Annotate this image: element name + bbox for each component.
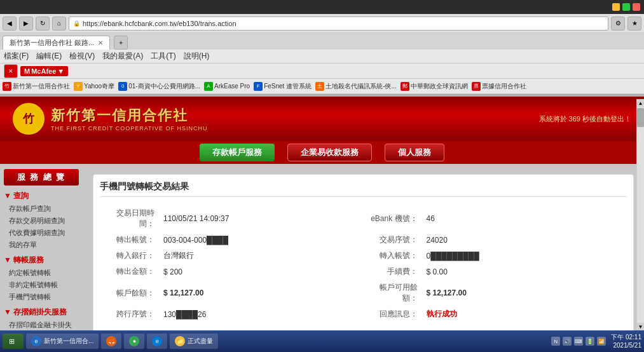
from-account-text: 003-004-000████ — [163, 236, 228, 245]
bank-name-cn: 新竹第一信用合作社 — [51, 106, 208, 125]
taskbar-item-folder[interactable]: 📁 正式盡量 — [170, 334, 218, 349]
available-label: 帳戶可用餘額： — [364, 280, 421, 306]
bookmark-icon-2: 0 — [118, 82, 127, 91]
back-button[interactable]: ◀ — [3, 17, 17, 30]
scrollbar[interactable]: ▲ ▼ — [636, 99, 644, 330]
sidebar-title: 服 務 總 覽 — [4, 169, 79, 186]
bookmark-icon-6: 郵 — [401, 82, 409, 91]
mcafee-x-button[interactable]: ✕ — [4, 64, 18, 78]
sidebar-section-report-loss: ▼ 存摺銷掛失服務 存摺印鑑金融卡掛失 — [4, 306, 79, 331]
tray-icon-2: ⌨ — [574, 337, 583, 346]
personal-service-button[interactable]: 個人服務 — [385, 144, 444, 161]
taskbar-clock: 下午 02:11 2021/5/21 — [611, 333, 641, 349]
menu-help[interactable]: 說明(H) — [184, 51, 210, 62]
sidebar-link-transaction-query[interactable]: 存款交易明細查詢 — [4, 215, 79, 227]
mcafee-dropdown-icon[interactable]: ▼ — [57, 67, 64, 75]
new-tab-button[interactable]: + — [114, 36, 128, 50]
available-value: $ 12,127.00 — [423, 280, 626, 306]
tray-icon-4: 📶 — [597, 337, 606, 346]
bookmarks-bar: 竹 新竹第一信用合作社 Y Yahoo奇摩 0 01-商資中心公費用網路... … — [0, 79, 644, 94]
batch-label: 跨行序號： — [101, 307, 158, 322]
tray-icon-3: 🔋 — [586, 337, 594, 346]
taskbar-item-firefox[interactable]: 🦊 — [101, 334, 121, 349]
from-account-value: 003-004-000████ — [160, 233, 363, 247]
address-bar[interactable]: 🔒 https://ebank.hcfcbank.com.tw/eb130/tr… — [69, 17, 608, 30]
sidebar-link-passbook[interactable]: 我的存單 — [4, 239, 79, 251]
bookmark-label-7: 票據信用合作社 — [482, 82, 526, 91]
start-button[interactable]: ⊞ — [3, 334, 24, 349]
bookmark-label-6: 中華郵政全球資訊網 — [411, 82, 468, 91]
deposit-service-button[interactable]: 存款帳戶服務 — [200, 144, 275, 161]
clock-date: 2021/5/21 — [611, 341, 641, 349]
seq-label: 交易序號： — [364, 233, 421, 247]
session-info: 系統將於 369 秒後自動登出！ — [539, 114, 631, 124]
menu-edit[interactable]: 編輯(E) — [36, 51, 62, 62]
sidebar-link-unscheduled-transfer[interactable]: 非約定帳號轉帳 — [4, 279, 79, 291]
bookmark-2[interactable]: 0 01-商資中心公費用網路... — [118, 82, 200, 91]
star-button[interactable]: ★ — [627, 17, 641, 30]
search-button[interactable]: ⚙ — [611, 17, 625, 30]
bookmark-icon-0: 竹 — [3, 82, 11, 91]
bank-logo-area: 竹 新竹第一信用合作社 THE FIRST CREDIT COOPERATIVE… — [13, 103, 208, 135]
home-button[interactable]: ⌂ — [52, 17, 66, 30]
taskbar-item-ie[interactable]: e 新竹第一信用合... — [26, 334, 99, 349]
menu-view[interactable]: 檢視(V) — [69, 51, 95, 62]
bookmark-label-5: 土地殺名代攝訊系統-俠... — [325, 82, 397, 91]
menu-favorites[interactable]: 我的最愛(A) — [102, 51, 143, 62]
table-row: 轉出金額： $ 200 手續費： $ 0.00 — [101, 264, 626, 279]
maximize-button[interactable] — [622, 3, 630, 11]
fee-label: 手續費： — [364, 264, 421, 279]
taskbar: ⊞ e 新竹第一信用合... 🦊 ● e 📁 正式盡量 N 🔊 ⌨ 🔋 📶 下午… — [0, 330, 644, 352]
taskbar-label-0: 新竹第一信用合... — [44, 337, 93, 346]
title-bar — [0, 0, 644, 14]
bookmark-7[interactable]: 票 票據信用合作社 — [472, 82, 526, 91]
forward-button[interactable]: ▶ — [19, 17, 33, 30]
bookmark-4[interactable]: F FeSnet 連管系統 — [254, 82, 312, 91]
bank-value: 台灣銀行 — [160, 248, 363, 263]
seq-value: 24020 — [423, 233, 626, 247]
tab-close-icon[interactable]: ✕ — [98, 39, 103, 46]
clock-time: 下午 02:11 — [611, 333, 641, 341]
bookmark-6[interactable]: 郵 中華郵政全球資訊網 — [401, 82, 468, 91]
sidebar-section-query-header: ▼ 查詢 — [4, 189, 79, 203]
sidebar-section-query: ▼ 查詢 存款帳戶查詢 存款交易明細查詢 代收費據明細查詢 我的存單 — [4, 189, 79, 251]
sidebar-link-phone-transfer[interactable]: 手機門號轉帳 — [4, 291, 79, 303]
bookmark-3[interactable]: A ArkEase Pro — [204, 82, 250, 91]
bookmark-0[interactable]: 竹 新竹第一信用合作社 — [3, 82, 70, 91]
refresh-button[interactable]: ↻ — [36, 17, 50, 30]
bookmark-5[interactable]: 土 土地殺名代攝訊系統-俠... — [315, 82, 397, 91]
table-row: 帳戶餘額： $ 12,127.00 帳戶可用餘額： $ 12,127.00 — [101, 280, 626, 306]
menu-tools[interactable]: 工具(T) — [151, 51, 175, 62]
sidebar-link-fee-query[interactable]: 代收費據明細查詢 — [4, 227, 79, 239]
ebank-label: eBank 機號： — [364, 206, 421, 231]
mcafee-badge[interactable]: M McAfee ▼ — [20, 66, 68, 76]
tray-icon-1: 🔊 — [563, 337, 572, 346]
response-value: 執行成功 — [423, 307, 626, 322]
scroll-down-button[interactable]: ▼ — [637, 323, 644, 330]
chrome-icon: ● — [129, 336, 139, 346]
sidebar: 服 務 總 覽 ▼ 查詢 存款帳戶查詢 存款交易明細查詢 代收費據明細查詢 我的… — [0, 164, 83, 352]
close-button[interactable] — [633, 3, 640, 11]
bookmark-icon-3: A — [204, 82, 213, 91]
bank-name-en: THE FIRST CREDIT COOPERATIVE OF HSINCHU — [51, 125, 208, 132]
sidebar-link-card-loss[interactable]: 存摺印鑑金融卡掛失 — [4, 319, 79, 331]
amount-value: $ 200 — [160, 264, 363, 279]
active-tab[interactable]: 新竹第一信用合作社 銀路... ✕ — [3, 36, 110, 50]
bank-title-area: 新竹第一信用合作社 THE FIRST CREDIT COOPERATIVE O… — [51, 106, 208, 132]
menu-file[interactable]: 檔案(F) — [4, 51, 29, 62]
enterprise-service-button[interactable]: 企業易收款服務 — [287, 144, 372, 161]
sidebar-link-scheduled-transfer[interactable]: 約定帳號轉帳 — [4, 267, 79, 279]
date-value: 110/05/21 14:09:37 — [160, 206, 363, 231]
nav-bar: ◀ ▶ ↻ ⌂ 🔒 https://ebank.hcfcbank.com.tw/… — [0, 14, 644, 33]
scroll-up-button[interactable]: ▲ — [637, 99, 644, 107]
table-row: 轉出帳號： 003-004-000████ 交易序號： 24020 — [101, 233, 626, 247]
sidebar-link-deposit-query[interactable]: 存款帳戶查詢 — [4, 203, 79, 215]
taskbar-item-chrome[interactable]: ● — [124, 334, 144, 349]
taskbar-item-edge[interactable]: e — [147, 334, 167, 349]
bookmark-1[interactable]: Y Yahoo奇摩 — [74, 82, 114, 91]
minimize-button[interactable] — [612, 3, 620, 11]
bookmark-label-3: ArkEase Pro — [214, 83, 250, 90]
scroll-thumb[interactable] — [637, 108, 644, 127]
transaction-table: 交易日期時間： 110/05/21 14:09:37 eBank 機號： 46 … — [100, 205, 627, 323]
bookmark-label-4: FeSnet 連管系統 — [264, 82, 312, 91]
